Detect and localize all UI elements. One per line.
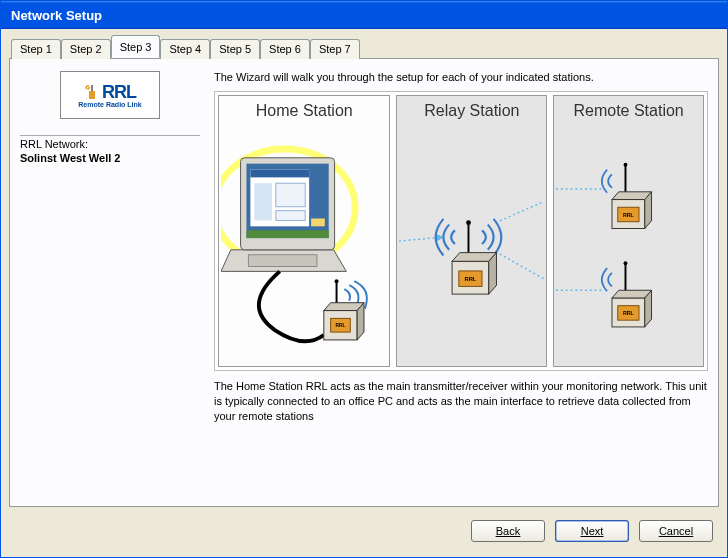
logo-subtext: Remote Radio Link	[78, 101, 141, 108]
footer-buttons: Back Next Cancel	[9, 513, 719, 549]
home-station-title: Home Station	[256, 102, 353, 120]
back-button[interactable]: Back	[471, 520, 545, 542]
tab-step-3[interactable]: Step 3	[111, 35, 161, 58]
tab-step-7[interactable]: Step 7	[310, 39, 360, 59]
home-station-illustration: RRL	[221, 124, 387, 360]
network-name: Solinst West Well 2	[20, 152, 200, 164]
remote-station-title: Remote Station	[573, 102, 683, 120]
svg-rect-8	[254, 183, 272, 220]
logo-text: RRL	[102, 82, 136, 103]
svg-rect-11	[311, 218, 325, 226]
next-button[interactable]: Next	[555, 520, 629, 542]
window-title: Network Setup	[11, 8, 102, 23]
tab-page: RRL Remote Radio Link RRL Network: Solin…	[9, 58, 719, 507]
content-area: Step 1 Step 2 Step 3 Step 4 Step 5 Step …	[1, 29, 727, 557]
titlebar: Network Setup	[1, 1, 727, 29]
svg-point-19	[467, 220, 472, 225]
home-station-panel: Home Station	[218, 95, 390, 367]
svg-rect-0	[89, 91, 95, 99]
tab-step-6[interactable]: Step 6	[260, 39, 310, 59]
tab-step-5[interactable]: Step 5	[210, 39, 260, 59]
description-text: The Home Station RRL acts as the main tr…	[214, 379, 708, 424]
remote-station-panel: Remote Station	[553, 95, 704, 367]
relay-station-panel: Relay Station	[396, 95, 547, 367]
remote-station-illustration: RRL	[556, 124, 701, 360]
svg-point-29	[624, 261, 628, 265]
svg-point-24	[624, 163, 628, 167]
svg-text:RRL: RRL	[335, 323, 345, 328]
svg-rect-3	[248, 255, 317, 267]
rrl-logo: RRL Remote Radio Link	[60, 71, 160, 119]
svg-text:RRL: RRL	[623, 212, 635, 218]
antenna-icon	[84, 84, 100, 102]
network-label: RRL Network:	[20, 135, 200, 150]
tab-step-1[interactable]: Step 1	[11, 39, 61, 59]
main-panel: The Wizard will walk you through the set…	[214, 71, 708, 496]
intro-text: The Wizard will walk you through the set…	[214, 71, 708, 83]
cancel-button[interactable]: Cancel	[639, 520, 713, 542]
svg-rect-10	[276, 211, 305, 221]
sidebar: RRL Remote Radio Link RRL Network: Solin…	[20, 71, 200, 496]
svg-rect-12	[246, 230, 328, 238]
relay-station-title: Relay Station	[424, 102, 519, 120]
svg-rect-7	[250, 170, 309, 178]
network-setup-window: Network Setup Step 1 Step 2 Step 3 Step …	[0, 0, 728, 558]
tab-step-4[interactable]: Step 4	[160, 39, 210, 59]
svg-text:RRL: RRL	[465, 276, 477, 282]
relay-station-illustration: RRL	[399, 124, 544, 360]
svg-rect-9	[276, 183, 305, 207]
tabs: Step 1 Step 2 Step 3 Step 4 Step 5 Step …	[11, 35, 719, 58]
stations-row: Home Station	[214, 91, 708, 371]
svg-point-14	[335, 279, 339, 283]
tab-step-2[interactable]: Step 2	[61, 39, 111, 59]
svg-text:RRL: RRL	[623, 310, 635, 316]
